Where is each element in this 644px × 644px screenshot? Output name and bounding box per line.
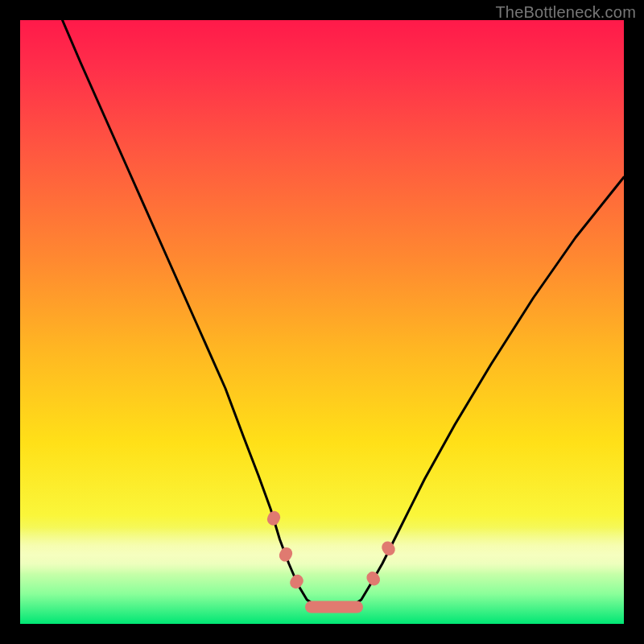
bottleneck-curve	[63, 20, 625, 609]
floor-bar	[305, 601, 363, 613]
curve-group	[63, 20, 625, 609]
right-marker-1	[364, 569, 382, 588]
left-marker-2	[277, 545, 295, 564]
frame: TheBottleneck.com	[0, 0, 644, 644]
right-marker-2	[379, 539, 397, 558]
watermark-text: TheBottleneck.com	[495, 3, 636, 22]
marker-group	[265, 509, 397, 613]
left-marker-3	[287, 572, 306, 591]
left-marker-1	[265, 509, 282, 527]
chart-svg	[20, 20, 624, 624]
